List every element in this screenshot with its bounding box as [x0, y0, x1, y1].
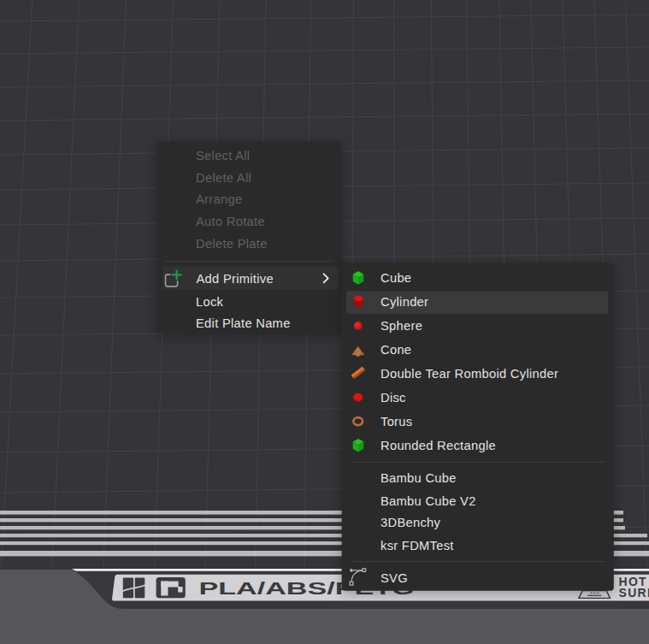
- svg-text:Cylinder: Cylinder: [381, 295, 428, 309]
- svg-text:Torus: Torus: [381, 415, 412, 428]
- svg-text:Sphere: Sphere: [381, 319, 422, 333]
- svg-text:Select All: Select All: [196, 149, 250, 162]
- svg-text:Add Primitive: Add Primitive: [197, 272, 274, 286]
- svg-text:Bambu Cube: Bambu Cube: [381, 471, 457, 485]
- svg-text:SVG: SVG: [381, 571, 408, 585]
- svg-text:Cone: Cone: [381, 343, 411, 357]
- svg-text:Double Tear Romboid Cylinder: Double Tear Romboid Cylinder: [381, 367, 558, 381]
- svg-text:Lock: Lock: [196, 295, 224, 309]
- svg-text:Arrange: Arrange: [196, 192, 242, 206]
- svg-text:Rounded Rectangle: Rounded Rectangle: [381, 439, 496, 452]
- svg-text:SURF: SURF: [619, 586, 649, 600]
- svg-text:Auto Rotate: Auto Rotate: [196, 215, 265, 228]
- svg-text:Delete Plate: Delete Plate: [196, 237, 268, 251]
- svg-text:Disc: Disc: [381, 391, 406, 405]
- svg-text:3DBenchy: 3DBenchy: [381, 516, 441, 529]
- svg-text:Bambu Cube V2: Bambu Cube V2: [381, 494, 476, 508]
- svg-text:Cube: Cube: [381, 271, 411, 285]
- svg-text:ksr FDMTest: ksr FDMTest: [381, 539, 454, 552]
- svg-text:Delete All: Delete All: [196, 171, 251, 185]
- svg-text:Edit Plate Name: Edit Plate Name: [196, 316, 291, 330]
